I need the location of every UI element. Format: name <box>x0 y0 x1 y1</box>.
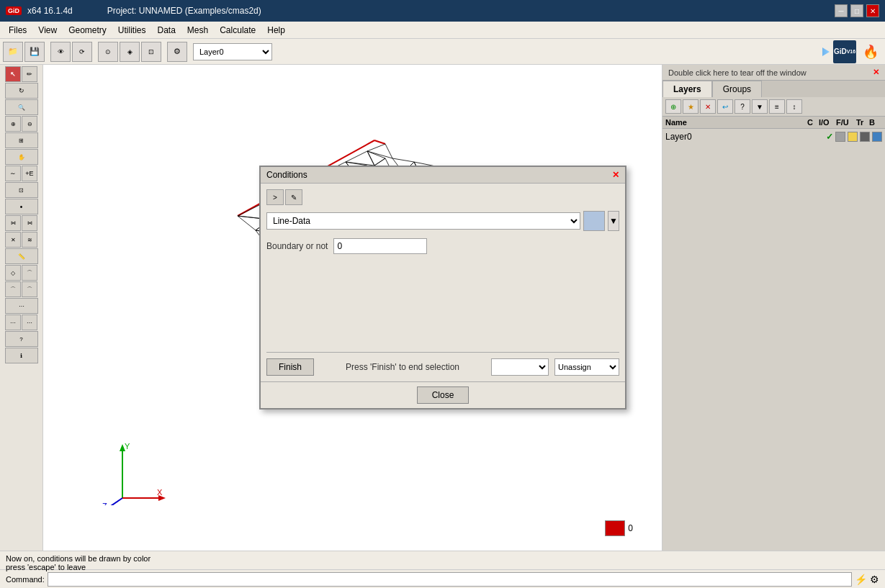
lt-btn-measure[interactable]: 📏 <box>5 248 38 264</box>
menu-help[interactable]: Help <box>261 24 291 37</box>
lt-btn-sm8[interactable]: ≋ <box>22 232 37 248</box>
main-toolbar: 📁 💾 👁 ⟳ ⊙ ◈ ⊡ ⚙ Layer0 GiDV16 🔥 <box>0 39 885 65</box>
col-io: I/O <box>819 118 836 127</box>
cond-edit-btn[interactable]: ✎ <box>285 189 302 205</box>
app-logo: GiD <box>6 6 22 15</box>
panel-undo-btn[interactable]: ↩ <box>717 99 733 114</box>
layer-check-icon: ✓ <box>826 132 833 142</box>
settings-button[interactable]: ⚙ <box>167 42 187 62</box>
svg-text:Z: Z <box>102 502 107 505</box>
panel-toolbar: ⊕ ★ ✕ ↩ ? ▼ ≡ ↕ <box>662 97 885 117</box>
lt-btn-sm1[interactable]: ⊕ <box>5 116 21 132</box>
minimize-button[interactable]: ─ <box>835 4 848 17</box>
menu-utilities[interactable]: Utilities <box>112 24 152 37</box>
panel-filter-btn[interactable]: ▼ <box>752 99 768 114</box>
lt-btn-select[interactable]: ⊡ <box>5 182 38 198</box>
cond-prev-btn[interactable]: > <box>266 189 284 205</box>
lt-btn-query[interactable]: ? <box>5 331 38 347</box>
open-button[interactable]: 📁 <box>3 42 23 62</box>
menu-data[interactable]: Data <box>152 24 181 37</box>
lt-btn-sm4[interactable]: +E <box>22 166 37 181</box>
command-bar: Command: ⚡ ⚙ <box>0 569 885 588</box>
panel-help-btn[interactable]: ? <box>734 99 750 114</box>
main-area: ↖ ✏ ↻ 🔍 ⊕ ⊖ ⊞ ✋ ∼ +E ⊡ • ⋈ ⋈ ✕ ≋ 📏 ◇ ⌒ <box>0 65 885 551</box>
conditions-title: Conditions <box>266 170 307 180</box>
svg-line-2 <box>374 140 385 144</box>
panel-sort-btn[interactable]: ↕ <box>786 99 802 114</box>
reset-button[interactable]: ⟳ <box>72 42 92 62</box>
lt-btn-anim[interactable]: ⋯ <box>5 298 38 314</box>
window-controls[interactable]: ─ □ ✕ <box>835 4 879 17</box>
conditions-field-label: Boundary or not <box>266 241 328 251</box>
menubar: Files View Geometry Utilities Data Mesh … <box>0 22 885 39</box>
lt-btn-sm11[interactable]: ⌒ <box>5 281 21 297</box>
panel-add-btn[interactable]: ⊕ <box>665 99 681 114</box>
tool-btn-2[interactable]: ◈ <box>120 42 140 62</box>
color-box <box>605 520 625 536</box>
tool-btn-1[interactable]: ⊙ <box>98 42 118 62</box>
conditions-titlebar: Conditions ✕ <box>261 167 625 184</box>
menu-files[interactable]: Files <box>3 24 32 37</box>
layer-select[interactable]: Layer0 <box>193 43 272 60</box>
svg-line-178 <box>107 498 122 505</box>
gear-icon[interactable]: ⚙ <box>870 574 879 585</box>
view-button[interactable]: 👁 <box>50 42 71 62</box>
axes-svg: Y X Z <box>101 440 166 505</box>
right-panel: Double click here to tear off the window… <box>662 65 885 551</box>
conditions-type-select[interactable]: Line-Data <box>266 212 580 230</box>
panel-tabs: Layers Groups <box>662 81 885 97</box>
left-toolbar: ↖ ✏ ↻ 🔍 ⊕ ⊖ ⊞ ✋ ∼ +E ⊡ • ⋈ ⋈ ✕ ≋ 📏 ◇ ⌒ <box>0 65 43 551</box>
cond-color-arrow[interactable]: ▼ <box>608 211 619 231</box>
panel-star-btn[interactable]: ★ <box>683 99 698 114</box>
lt-btn-rotate[interactable]: ↻ <box>5 83 38 99</box>
cond-color-button[interactable] <box>583 211 605 231</box>
flame-icon: 🔥 <box>859 40 882 63</box>
lt-btn-pencil[interactable]: ✏ <box>22 66 37 82</box>
lt-btn-zoom-win[interactable]: 🔍 <box>5 99 38 115</box>
layer-mesh-icon <box>872 132 882 142</box>
col-fu: F/U <box>836 118 856 127</box>
tearoff-close-icon[interactable]: ✕ <box>873 68 879 77</box>
lt-btn-sm14[interactable]: ⋯ <box>22 315 37 330</box>
conditions-assign-select[interactable] <box>491 358 549 376</box>
list-item[interactable]: Layer0 ✓ <box>665 130 882 143</box>
menu-calculate[interactable]: Calculate <box>214 24 261 37</box>
lt-btn-sm5[interactable]: ⋈ <box>5 215 21 231</box>
lt-btn-sm6[interactable]: ⋈ <box>22 215 37 231</box>
tearoff-header: Double click here to tear off the window… <box>662 65 885 81</box>
lt-btn-sm7[interactable]: ✕ <box>5 232 21 248</box>
command-label: Command: <box>6 575 45 584</box>
lt-btn-sm12[interactable]: ⌒ <box>22 281 37 297</box>
panel-delete-btn[interactable]: ✕ <box>700 99 716 114</box>
conditions-finish-button[interactable]: Finish <box>266 358 314 376</box>
tab-groups[interactable]: Groups <box>712 81 762 97</box>
conditions-field-input[interactable] <box>333 238 427 254</box>
conditions-close-icon[interactable]: ✕ <box>612 170 619 180</box>
lt-btn-sm2[interactable]: ⊖ <box>22 116 37 132</box>
menu-view[interactable]: View <box>32 24 63 37</box>
maximize-button[interactable]: □ <box>850 4 863 17</box>
tab-layers[interactable]: Layers <box>662 81 712 97</box>
save-button[interactable]: 💾 <box>24 42 45 62</box>
lt-btn-sm10[interactable]: ⌒ <box>22 265 37 281</box>
command-input[interactable] <box>48 572 852 587</box>
tool-btn-3[interactable]: ⊡ <box>141 42 161 62</box>
lt-btn-fit[interactable]: ⊞ <box>5 132 38 148</box>
lt-btn-info[interactable]: ℹ <box>5 348 38 363</box>
panel-menu-btn[interactable]: ≡ <box>769 99 785 114</box>
menu-geometry[interactable]: Geometry <box>63 24 112 37</box>
lt-btn-node[interactable]: • <box>5 199 38 214</box>
lt-btn-sm13[interactable]: ⋯ <box>5 315 21 330</box>
conditions-spacer <box>266 260 619 346</box>
menu-mesh[interactable]: Mesh <box>181 24 214 37</box>
close-button[interactable]: ✕ <box>866 4 879 17</box>
lt-btn-sm9[interactable]: ◇ <box>5 265 21 281</box>
lightning-icon[interactable]: ⚡ <box>855 574 867 585</box>
lt-btn-pan[interactable]: ✋ <box>5 149 38 165</box>
conditions-unassign-select[interactable]: Unassign <box>554 358 619 376</box>
conditions-close-button[interactable]: Close <box>417 386 470 404</box>
conditions-bottom: Finish Press 'Finish' to end selection U… <box>266 352 619 376</box>
titlebar: GiD x64 16.1.4d Project: UNNAMED (Exampl… <box>0 0 885 22</box>
lt-btn-sm3[interactable]: ∼ <box>5 166 21 181</box>
lt-btn-arrow[interactable]: ↖ <box>5 66 21 82</box>
